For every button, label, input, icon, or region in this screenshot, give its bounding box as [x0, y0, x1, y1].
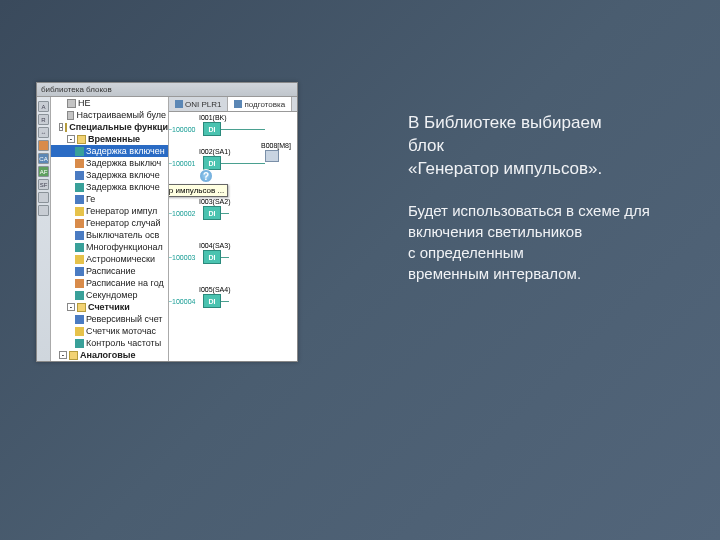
- tree-item[interactable]: Ге: [51, 193, 168, 205]
- tab-ONI-PLR1[interactable]: ONI PLR1: [169, 97, 228, 111]
- logic-block[interactable]: [265, 150, 279, 162]
- tree-item[interactable]: НЕ: [51, 97, 168, 109]
- tree-item-label: Генератор случай: [86, 218, 161, 228]
- wire: [221, 301, 229, 302]
- tree-item-label: Задержка выключ: [86, 158, 161, 168]
- tree-item[interactable]: Секундомер: [51, 289, 168, 301]
- toolbar-button-5[interactable]: AF: [38, 166, 49, 177]
- yellow-icon: [75, 255, 84, 264]
- slide-body: Будет использоваться в схеме для включен…: [408, 200, 650, 284]
- body-line-2: включения светильников: [408, 221, 650, 242]
- library-panel-title: библиотека блоков: [37, 83, 297, 97]
- teal-icon: [75, 183, 84, 192]
- tree-item[interactable]: Генератор случай: [51, 217, 168, 229]
- folder-icon: [69, 351, 78, 360]
- di-block[interactable]: DI: [203, 294, 221, 308]
- tree-item[interactable]: Контроль частоты: [51, 337, 168, 349]
- tree-item[interactable]: Настраиваемый буле: [51, 109, 168, 121]
- wire: [229, 129, 265, 130]
- vertical-toolbar: AR↔CAAFSF: [37, 97, 51, 361]
- wire: [221, 163, 229, 164]
- tree-item[interactable]: Генератор импул: [51, 205, 168, 217]
- tree-item[interactable]: Расписание на год: [51, 277, 168, 289]
- di-block[interactable]: DI: [203, 206, 221, 220]
- di-block[interactable]: DI: [203, 250, 221, 264]
- toolbar-button-6[interactable]: SF: [38, 179, 49, 190]
- di-block[interactable]: DI: [203, 156, 221, 170]
- tooltip-text: Генератор импульсов ...: [169, 186, 224, 195]
- block-address: ~100001: [169, 160, 195, 167]
- expand-icon[interactable]: -: [67, 135, 75, 143]
- block-tree[interactable]: НЕНастраиваемый буле-Специальные функции…: [51, 97, 169, 361]
- teal-icon: [75, 339, 84, 348]
- block-label: B008[M8]: [261, 142, 291, 149]
- box-icon: [67, 111, 74, 120]
- tree-item[interactable]: -Временные: [51, 133, 168, 145]
- yellow-icon: [75, 327, 84, 336]
- tree-item[interactable]: Задержка выключ: [51, 157, 168, 169]
- toolbar-button-1[interactable]: R: [38, 114, 49, 125]
- document-icon: [175, 100, 183, 108]
- tree-item[interactable]: -Аналоговые: [51, 349, 168, 361]
- tree-item-label: Счетчики: [88, 302, 130, 312]
- toolbar-button-8[interactable]: [38, 205, 49, 216]
- tree-item-label: Астрономически: [86, 254, 155, 264]
- block-address: ~100000: [169, 126, 195, 133]
- tab-label: подготовка: [244, 100, 285, 109]
- block-address: ~100003: [169, 254, 195, 261]
- tree-item-label: Контроль частоты: [86, 338, 161, 348]
- tree-item-label: Специальные функции: [69, 122, 169, 132]
- tree-item[interactable]: -Специальные функции: [51, 121, 168, 133]
- expand-icon[interactable]: -: [59, 123, 63, 131]
- tree-item-label: Выключатель осв: [86, 230, 159, 240]
- tree-item[interactable]: Задержка включе: [51, 181, 168, 193]
- heading-line-2: блок: [408, 135, 602, 158]
- wire: [229, 163, 265, 164]
- tree-item[interactable]: Задержка включен: [51, 145, 168, 157]
- document-icon: [234, 100, 242, 108]
- teal-icon: [75, 243, 84, 252]
- toolbar-button-7[interactable]: [38, 192, 49, 203]
- body-line-1: Будет использоваться в схеме для: [408, 200, 650, 221]
- tree-item[interactable]: Многофункционал: [51, 241, 168, 253]
- tree-item[interactable]: Расписание: [51, 265, 168, 277]
- di-block[interactable]: DI: [203, 122, 221, 136]
- tree-item-label: Ге: [86, 194, 95, 204]
- teal-icon: [75, 291, 84, 300]
- tree-item-label: Реверсивный счет: [86, 314, 163, 324]
- document-tabs: ONI PLR1подготовка: [169, 97, 297, 112]
- tree-item[interactable]: -Счетчики: [51, 301, 168, 313]
- tab-label: ONI PLR1: [185, 100, 221, 109]
- block-address: ~100002: [169, 210, 195, 217]
- tree-item-label: Временные: [88, 134, 140, 144]
- orange-icon: [75, 159, 84, 168]
- tree-item[interactable]: Счетчик моточас: [51, 325, 168, 337]
- panel-title-text: библиотека блоков: [41, 85, 112, 94]
- toolbar-button-3[interactable]: [38, 140, 49, 151]
- toolbar-button-0[interactable]: A: [38, 101, 49, 112]
- tree-item-label: Счетчик моточас: [86, 326, 156, 336]
- expand-icon[interactable]: -: [59, 351, 67, 359]
- tab-подготовка[interactable]: подготовка: [228, 97, 292, 111]
- diagram-canvas[interactable]: ONI PLR1подготовка I001(BK)DI~100000I002…: [169, 97, 297, 361]
- folder-icon: [65, 123, 67, 132]
- blue-icon: [75, 195, 84, 204]
- toolbar-button-2[interactable]: ↔: [38, 127, 49, 138]
- tree-item-label: Задержка включе: [86, 182, 160, 192]
- expand-icon[interactable]: -: [67, 303, 75, 311]
- toolbar-button-4[interactable]: CA: [38, 153, 49, 164]
- app-screenshot: библиотека блоков AR↔CAAFSF НЕНастраивае…: [36, 82, 298, 362]
- heading-line-3: «Генератор импульсов».: [408, 158, 602, 181]
- tree-item-label: Задержка включе: [86, 170, 160, 180]
- tree-item[interactable]: Задержка включе: [51, 169, 168, 181]
- orange-icon: [75, 219, 84, 228]
- block-address: ~100004: [169, 298, 195, 305]
- tree-item[interactable]: Реверсивный счет: [51, 313, 168, 325]
- tree-item[interactable]: Выключатель осв: [51, 229, 168, 241]
- block-label: I001(BK): [199, 114, 227, 121]
- tree-item[interactable]: Астрономически: [51, 253, 168, 265]
- slide-heading: В Библиотеке выбираем блок «Генератор им…: [408, 112, 602, 181]
- blue-icon: [75, 315, 84, 324]
- tree-item-label: НЕ: [78, 98, 91, 108]
- body-line-4: временным интервалом.: [408, 263, 650, 284]
